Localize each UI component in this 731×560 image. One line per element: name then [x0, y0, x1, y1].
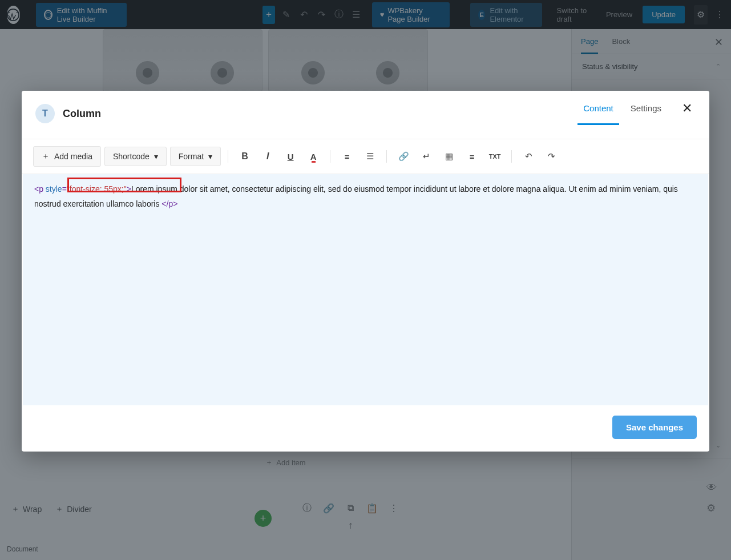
strike-icon: ≡ [470, 152, 475, 162]
add-media-button[interactable]: ＋ Add media [33, 146, 101, 167]
editor-undo-button[interactable]: ↶ [519, 147, 538, 166]
code-equals: = [62, 184, 67, 194]
shortcode-dropdown[interactable]: Shortcode ▾ [104, 147, 167, 166]
code-attr-name: style [46, 184, 62, 194]
code-content: <p style="font-size: 55px;">Lorem ipsum … [34, 184, 678, 208]
italic-icon: I [266, 151, 269, 162]
strikethrough-button[interactable]: ≡ [462, 147, 482, 166]
modal-tab-settings[interactable]: Settings [631, 103, 661, 124]
code-attr-value: "font-size: 55px;" [67, 184, 127, 194]
text-color-icon: A [310, 152, 317, 162]
unordered-list-button[interactable]: ☰ [360, 147, 379, 166]
editor-undo-icon: ↶ [525, 151, 532, 162]
plaintext-button[interactable]: TXT [485, 147, 504, 166]
italic-button[interactable]: I [258, 147, 277, 166]
modal-close-button[interactable]: ✕ [679, 101, 696, 116]
column-editor-modal: T Column Content Settings ✕ ＋ Add media … [22, 91, 709, 452]
modal-type-icon: T [35, 104, 55, 123]
code-body-text: Lorem ipsum dolor sit amet, consectetur … [34, 184, 678, 208]
table-button[interactable]: ▦ [439, 147, 459, 166]
toolbar-separator-2 [330, 150, 330, 163]
editor-toolbar: ＋ Add media Shortcode ▾ Format ▾ B I U A… [22, 139, 709, 174]
modal-tabs: Content Settings ✕ [583, 101, 696, 126]
save-changes-button[interactable]: Save changes [612, 416, 697, 439]
toolbar-separator-4 [511, 150, 512, 163]
modal-footer: Save changes [22, 405, 709, 452]
dropdown-caret-icon: ▾ [154, 152, 158, 161]
plus-media-icon: ＋ [42, 151, 50, 162]
format-label: Format [179, 152, 204, 161]
toolbar-separator [228, 150, 228, 163]
modal-icon-letter: T [42, 108, 48, 119]
add-media-label: Add media [54, 152, 92, 161]
modal-title: Column [63, 108, 101, 120]
underline-icon: U [288, 152, 294, 162]
txt-icon: TXT [489, 153, 501, 160]
shortcode-label: Shortcode [113, 152, 150, 161]
html-editor-textarea[interactable]: <p style="font-size: 55px;">Lorem ipsum … [23, 174, 708, 405]
code-gt: > [127, 184, 131, 194]
code-open-tag: <p [34, 184, 43, 194]
modal-tab-content[interactable]: Content [583, 103, 613, 124]
link-icon: 🔗 [398, 151, 409, 162]
code-close-tag: </p> [161, 199, 177, 208]
bold-icon: B [241, 151, 248, 162]
format-dropdown[interactable]: Format ▾ [170, 147, 221, 166]
ul-icon: ☰ [366, 151, 374, 162]
editor-redo-icon: ↷ [548, 151, 555, 162]
ol-icon: ≡ [345, 152, 350, 162]
link-button[interactable]: 🔗 [394, 147, 413, 166]
modal-header: T Column Content Settings ✕ [22, 91, 709, 139]
bold-button[interactable]: B [235, 147, 255, 166]
editor-redo-button[interactable]: ↷ [542, 147, 561, 166]
return-icon: ↵ [423, 151, 430, 162]
newline-button[interactable]: ↵ [417, 147, 436, 166]
ordered-list-button[interactable]: ≡ [337, 147, 357, 166]
underline-button[interactable]: U [281, 147, 300, 166]
dropdown-caret-icon-2: ▾ [208, 152, 212, 161]
table-icon: ▦ [445, 151, 453, 162]
toolbar-separator-3 [386, 150, 387, 163]
text-color-button[interactable]: A [304, 147, 323, 166]
